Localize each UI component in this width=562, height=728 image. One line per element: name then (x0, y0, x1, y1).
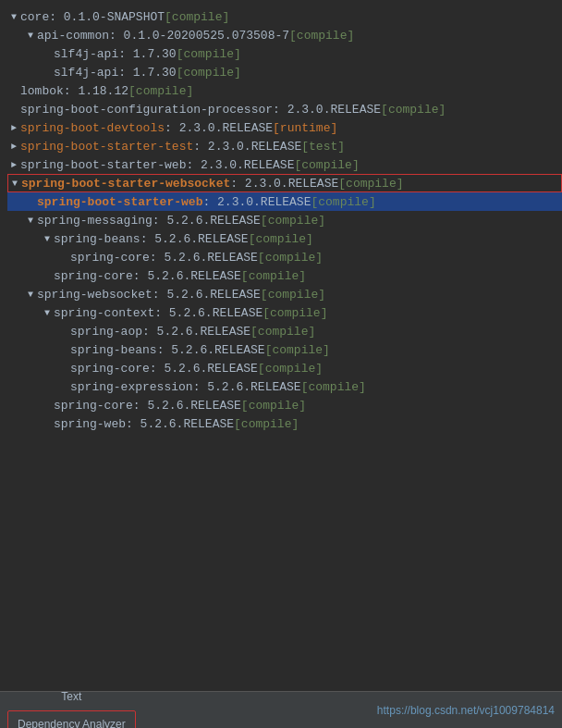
dep-name-core: core (20, 10, 49, 24)
dep-scope-api-common: [compile] (289, 29, 354, 43)
dep-scope-spring-core-4: [compile] (241, 399, 306, 413)
dep-name-spring-core-1: spring-core (70, 251, 150, 265)
dep-scope-spring-web: [compile] (234, 417, 299, 431)
dep-analyzer-tab[interactable]: Dependency Analyzer (7, 710, 136, 729)
tree-item-api-common[interactable]: ▼api-common : 0.1.0-20200525.073508-7 [c… (7, 26, 562, 44)
tree-toggle-spring-boot-starter-test[interactable]: ► (7, 142, 20, 152)
dep-scope-spring-core-1: [compile] (258, 251, 323, 265)
dep-scope-spring-boot-devtools: [runtime] (273, 121, 337, 135)
dep-scope-spring-boot-starter-web: [compile] (294, 158, 359, 172)
dep-name-spring-boot-configuration-processor: spring-boot-configuration-processor (20, 103, 273, 117)
dep-scope-spring-context: [compile] (263, 306, 327, 320)
dep-scope-spring-core-2: [compile] (241, 269, 306, 283)
tree-item-core[interactable]: ▼core : 0.1.0-SNAPSHOT [compile] (7, 7, 562, 26)
tree-item-spring-core-1[interactable]: spring-core : 5.2.6.RELEASE [compile] (7, 248, 562, 266)
dep-version-spring-beans: : 5.2.6.RELEASE (140, 232, 249, 246)
tree-item-spring-web[interactable]: spring-web : 5.2.6.RELEASE [compile] (7, 414, 562, 433)
dep-version-spring-boot-starter-test: : 2.3.0.RELEASE (193, 140, 301, 154)
tree-toggle-core[interactable]: ▼ (7, 12, 20, 22)
tree-toggle-spring-boot-devtools[interactable]: ► (7, 123, 20, 133)
tree-item-spring-boot-starter-test[interactable]: ►spring-boot-starter-test : 2.3.0.RELEAS… (7, 137, 562, 155)
dep-scope-core: [compile] (165, 10, 229, 24)
tree-item-spring-boot-starter-web-child[interactable]: spring-boot-starter-web : 2.3.0.RELEASE … (7, 192, 562, 211)
dep-scope-slf4j-api-1: [compile] (177, 47, 241, 61)
dep-version-api-common: : 0.1.0-20200525.073508-7 (109, 29, 289, 43)
dep-version-spring-core-4: : 5.2.6.RELEASE (133, 399, 241, 413)
dep-scope-spring-aop: [compile] (250, 325, 315, 339)
tree-toggle-api-common[interactable]: ▼ (24, 31, 37, 41)
tree-item-spring-beans[interactable]: ▼spring-beans : 5.2.6.RELEASE [compile] (7, 229, 562, 248)
dep-version-slf4j-api-1: : 1.7.30 (118, 47, 176, 61)
tree-toggle-spring-boot-starter-websocket[interactable]: ▼ (8, 179, 21, 189)
tree-item-spring-context[interactable]: ▼spring-context : 5.2.6.RELEASE [compile… (7, 303, 562, 322)
tree-item-spring-messaging[interactable]: ▼spring-messaging : 5.2.6.RELEASE [compi… (7, 211, 562, 229)
tree-item-spring-core-3[interactable]: spring-core : 5.2.6.RELEASE [compile] (7, 359, 562, 377)
tree-item-slf4j-api-2[interactable]: slf4j-api : 1.7.30 [compile] (7, 63, 562, 81)
tree-item-spring-boot-starter-web[interactable]: ►spring-boot-starter-web : 2.3.0.RELEASE… (7, 155, 562, 174)
tree-item-spring-core-4[interactable]: spring-core : 5.2.6.RELEASE [compile] (7, 396, 562, 414)
tree-toggle-spring-beans[interactable]: ▼ (41, 234, 54, 244)
dep-name-slf4j-api-2: slf4j-api (54, 66, 118, 80)
tree-item-spring-boot-starter-websocket[interactable]: ▼spring-boot-starter-websocket : 2.3.0.R… (7, 174, 562, 192)
dep-version-spring-beans-2: : 5.2.6.RELEASE (157, 343, 265, 357)
tree-toggle-spring-boot-starter-web[interactable]: ► (7, 160, 20, 170)
dep-version-spring-websocket: : 5.2.6.RELEASE (153, 288, 261, 302)
tabs-container: TextDependency Analyzer (7, 683, 138, 729)
dependency-tree[interactable]: ▼core : 0.1.0-SNAPSHOT [compile]▼api-com… (0, 0, 562, 691)
dep-name-spring-aop: spring-aop (70, 325, 142, 339)
dep-name-spring-websocket: spring-websocket (37, 288, 153, 302)
tree-item-spring-aop[interactable]: spring-aop : 5.2.6.RELEASE [compile] (7, 322, 562, 340)
dep-name-spring-core-4: spring-core (54, 399, 133, 413)
dep-scope-spring-boot-starter-websocket: [compile] (338, 177, 403, 191)
dep-name-spring-boot-starter-web: spring-boot-starter-web (20, 158, 186, 172)
dep-version-lombok: : 1.18.12 (64, 84, 128, 98)
tree-item-spring-websocket[interactable]: ▼spring-websocket : 5.2.6.RELEASE [compi… (7, 285, 562, 303)
dep-version-spring-boot-starter-web: : 2.3.0.RELEASE (186, 158, 294, 172)
tree-item-spring-boot-configuration-processor[interactable]: spring-boot-configuration-processor : 2.… (7, 100, 562, 118)
dep-name-spring-beans: spring-beans (54, 232, 140, 246)
dep-name-spring-boot-devtools: spring-boot-devtools (20, 121, 165, 135)
tree-item-spring-core-2[interactable]: spring-core : 5.2.6.RELEASE [compile] (7, 266, 562, 285)
dep-name-lombok: lombok (20, 84, 64, 98)
dep-name-api-common: api-common (37, 29, 109, 43)
dep-version-core: : 0.1.0-SNAPSHOT (49, 10, 165, 24)
dep-version-spring-boot-configuration-processor: : 2.3.0.RELEASE (273, 103, 381, 117)
dep-scope-lombok: [compile] (128, 84, 193, 98)
dep-version-spring-core-3: : 5.2.6.RELEASE (150, 362, 258, 376)
dep-scope-spring-websocket: [compile] (261, 288, 325, 302)
dep-version-slf4j-api-2: : 1.7.30 (118, 66, 176, 80)
status-url: https://blog.csdn.net/vcj1009784814 (377, 704, 555, 717)
dep-scope-spring-boot-configuration-processor: [compile] (381, 103, 446, 117)
tree-item-lombok[interactable]: lombok : 1.18.12 [compile] (7, 81, 562, 100)
dep-name-spring-expression: spring-expression (70, 380, 193, 394)
dep-name-spring-beans-2: spring-beans (70, 343, 157, 357)
dep-scope-slf4j-api-2: [compile] (177, 66, 241, 80)
text-tab[interactable]: Text (7, 683, 136, 710)
dep-version-spring-boot-starter-web-child: : 2.3.0.RELEASE (202, 195, 311, 209)
dep-name-spring-context: spring-context (54, 306, 154, 320)
dep-name-spring-web: spring-web (54, 417, 126, 431)
tree-toggle-spring-websocket[interactable]: ▼ (24, 290, 37, 300)
dep-name-spring-messaging: spring-messaging (37, 214, 153, 228)
dep-name-slf4j-api-1: slf4j-api (54, 47, 118, 61)
tree-item-spring-beans-2[interactable]: spring-beans : 5.2.6.RELEASE [compile] (7, 340, 562, 359)
dep-version-spring-core-2: : 5.2.6.RELEASE (133, 269, 241, 283)
dep-version-spring-context: : 5.2.6.RELEASE (154, 306, 263, 320)
tree-item-spring-boot-devtools[interactable]: ►spring-boot-devtools : 2.3.0.RELEASE [r… (7, 118, 562, 137)
dep-version-spring-boot-starter-websocket: : 2.3.0.RELEASE (230, 177, 338, 191)
dep-scope-spring-boot-starter-test: [test] (301, 140, 345, 154)
dep-version-spring-web: : 5.2.6.RELEASE (126, 417, 234, 431)
tree-item-slf4j-api-1[interactable]: slf4j-api : 1.7.30 [compile] (7, 44, 562, 63)
dep-version-spring-messaging: : 5.2.6.RELEASE (153, 214, 261, 228)
dep-version-spring-expression: : 5.2.6.RELEASE (193, 380, 301, 394)
dep-name-spring-core-3: spring-core (70, 362, 150, 376)
dep-scope-spring-messaging: [compile] (261, 214, 325, 228)
tree-item-spring-expression[interactable]: spring-expression : 5.2.6.RELEASE [compi… (7, 377, 562, 396)
dep-name-spring-core-2: spring-core (54, 269, 133, 283)
dep-name-spring-boot-starter-test: spring-boot-starter-test (20, 140, 193, 154)
tree-toggle-spring-messaging[interactable]: ▼ (24, 216, 37, 226)
tree-toggle-spring-context[interactable]: ▼ (41, 308, 54, 318)
dep-scope-spring-core-3: [compile] (258, 362, 323, 376)
bottom-toolbar: TextDependency Analyzer https://blog.csd… (0, 691, 562, 728)
dep-scope-spring-beans: [compile] (249, 232, 313, 246)
